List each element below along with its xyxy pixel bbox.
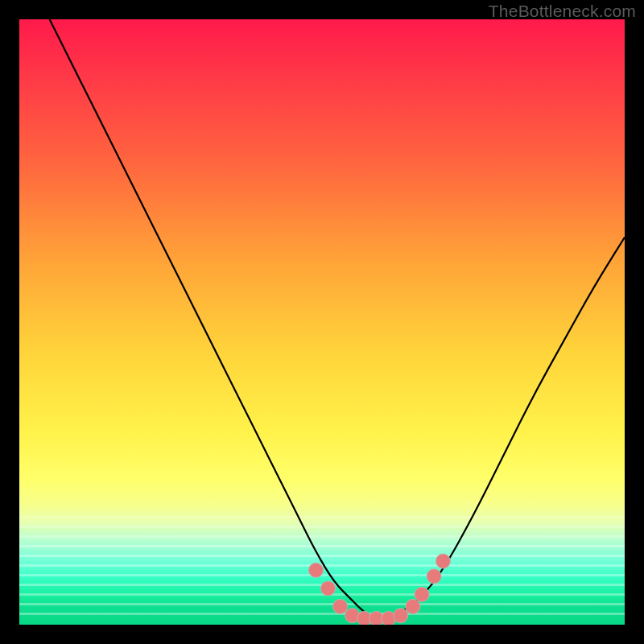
curve-marker [436, 554, 450, 568]
plot-area [19, 19, 625, 625]
chart-frame: TheBottleneck.com [0, 0, 644, 644]
curve-marker [415, 587, 429, 601]
bottleneck-curve [50, 19, 625, 618]
curve-marker [333, 599, 348, 613]
curve-marker [321, 581, 336, 596]
watermark-text: TheBottleneck.com [489, 2, 636, 21]
curve-marker [427, 569, 441, 584]
curve-marker [308, 563, 323, 577]
curve-markers [308, 554, 450, 625]
curve-marker [394, 609, 408, 623]
curve-svg [19, 19, 625, 625]
curve-marker [406, 599, 420, 613]
